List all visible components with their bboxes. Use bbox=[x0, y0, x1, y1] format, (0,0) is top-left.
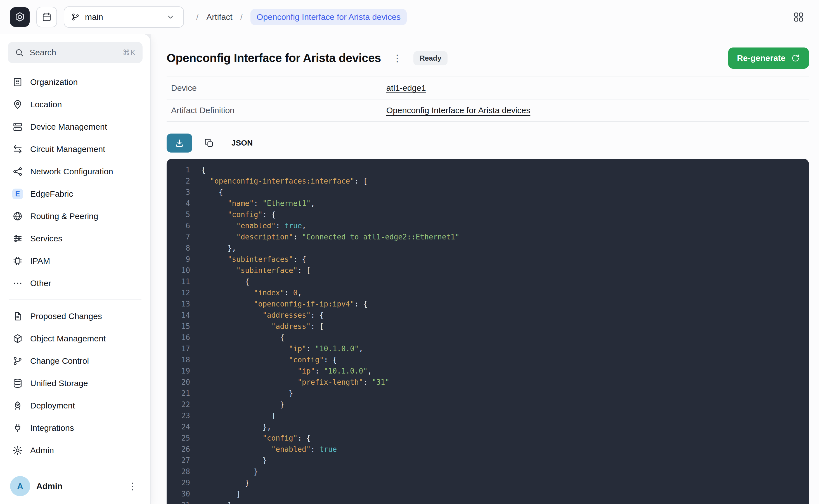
code-line: 4 "name": "Ethernet1", bbox=[174, 198, 801, 209]
code-line: 15 "address": [ bbox=[174, 321, 801, 332]
code-line: 8 }, bbox=[174, 243, 801, 254]
line-number: 8 bbox=[174, 243, 190, 254]
code-line: 18 "config": { bbox=[174, 354, 801, 365]
regenerate-button[interactable]: Re-generate bbox=[728, 47, 809, 69]
breadcrumb-item-artifact[interactable]: Artifact bbox=[206, 12, 232, 22]
title-menu-button[interactable]: ⋮ bbox=[389, 50, 405, 66]
sidebar-item-icon bbox=[12, 233, 23, 244]
artifact-definition-link[interactable]: Openconfig Interface for Arista devices bbox=[386, 106, 530, 115]
calendar-button[interactable] bbox=[36, 7, 57, 27]
line-number: 23 bbox=[174, 410, 190, 421]
regenerate-label: Re-generate bbox=[737, 53, 785, 63]
sidebar-secondary-menu: Proposed Changes Object Management Chang… bbox=[8, 305, 142, 462]
sidebar-item[interactable]: Change Control bbox=[8, 350, 142, 372]
branch-icon bbox=[71, 13, 80, 22]
code-line: 22 } bbox=[174, 399, 801, 410]
sidebar-item[interactable]: Circuit Management bbox=[8, 138, 142, 160]
sidebar-item-icon bbox=[12, 278, 23, 289]
field-row-device: Device atl1-edge1 bbox=[167, 77, 809, 99]
kebab-icon: ⋮ bbox=[128, 481, 137, 492]
sidebar-item[interactable]: Integrations bbox=[8, 417, 142, 439]
search-shortcut: ⌘K bbox=[123, 48, 136, 57]
sidebar-item-icon bbox=[12, 144, 23, 154]
sidebar-item[interactable]: Routing & Peering bbox=[8, 205, 142, 227]
search-input[interactable]: Search ⌘K bbox=[8, 42, 142, 63]
line-number: 27 bbox=[174, 455, 190, 466]
sidebar-item[interactable]: Deployment bbox=[8, 394, 142, 417]
sidebar-item-label: Location bbox=[30, 100, 62, 109]
code-block[interactable]: 1{2 "openconfig-interfaces:interface": [… bbox=[167, 159, 809, 504]
field-value: Openconfig Interface for Arista devices bbox=[386, 106, 804, 115]
breadcrumb-item-current[interactable]: Openconfig Interface for Arista devices bbox=[250, 9, 407, 25]
sidebar-item[interactable]: Device Management bbox=[8, 116, 142, 138]
device-link[interactable]: atl1-edge1 bbox=[386, 83, 426, 92]
code-line: 27 } bbox=[174, 455, 801, 466]
line-number: 22 bbox=[174, 399, 190, 410]
json-format-button[interactable]: JSON bbox=[226, 135, 258, 151]
topbar-right bbox=[788, 7, 809, 27]
sidebar-item[interactable]: Admin bbox=[8, 439, 142, 462]
code-lines: 1{2 "openconfig-interfaces:interface": [… bbox=[174, 164, 801, 504]
line-number: 7 bbox=[174, 231, 190, 243]
fields-table: Device atl1-edge1 Artifact Definition Op… bbox=[167, 77, 809, 122]
code-line: 26 "enabled": true bbox=[174, 444, 801, 455]
sidebar-item-label: Routing & Peering bbox=[30, 211, 98, 221]
code-line: 7 "description": "Connected to atl1-edge… bbox=[174, 231, 801, 243]
code-line: 20 "prefix-length": "31" bbox=[174, 377, 801, 388]
download-button[interactable] bbox=[167, 134, 192, 153]
line-number: 24 bbox=[174, 421, 190, 432]
sidebar-item-icon: E bbox=[12, 189, 23, 199]
field-label: Artifact Definition bbox=[171, 106, 386, 115]
logo-hexagon-icon bbox=[14, 11, 26, 23]
line-number: 16 bbox=[174, 332, 190, 343]
user-menu-button[interactable]: ⋮ bbox=[125, 478, 140, 494]
sidebar-item[interactable]: Object Management bbox=[8, 327, 142, 350]
code-line: 3 { bbox=[174, 187, 801, 198]
sidebar-item-icon bbox=[12, 445, 23, 456]
code-line: 12 "index": 0, bbox=[174, 287, 801, 298]
sidebar-item[interactable]: Services bbox=[8, 227, 142, 250]
sidebar-item[interactable]: Proposed Changes bbox=[8, 305, 142, 327]
line-number: 4 bbox=[174, 198, 190, 209]
sidebar-item-icon bbox=[12, 256, 23, 266]
sidebar-item[interactable]: Other bbox=[8, 272, 142, 294]
branch-selector[interactable]: main bbox=[64, 6, 184, 28]
topbar: main / Artifact / Openconfig Interface f… bbox=[0, 0, 819, 34]
app-logo[interactable] bbox=[10, 7, 30, 27]
grid-icon bbox=[792, 11, 805, 23]
line-number: 29 bbox=[174, 477, 190, 488]
main-content: Openconfig Interface for Arista devices … bbox=[151, 34, 819, 504]
sidebar-item[interactable]: IPAM bbox=[8, 250, 142, 272]
sidebar-item-label: EdgeFabric bbox=[30, 189, 73, 199]
code-line: 5 "config": { bbox=[174, 209, 801, 220]
line-number: 18 bbox=[174, 354, 190, 365]
code-line: 30 ] bbox=[174, 488, 801, 500]
sidebar-item-icon bbox=[12, 378, 23, 389]
code-line: 28 } bbox=[174, 466, 801, 477]
sidebar-item[interactable]: Network Configuration bbox=[8, 160, 142, 183]
sidebar-item-icon bbox=[12, 356, 23, 366]
sidebar-divider bbox=[9, 299, 141, 300]
sidebar-item-icon bbox=[12, 423, 23, 433]
sidebar-item-label: Circuit Management bbox=[30, 144, 105, 154]
sidebar-item-label: Services bbox=[30, 234, 62, 243]
apps-grid-button[interactable] bbox=[788, 7, 809, 27]
sidebar-item-icon bbox=[12, 122, 23, 132]
line-number: 26 bbox=[174, 444, 190, 455]
sidebar-item[interactable]: E EdgeFabric bbox=[8, 183, 142, 205]
sidebar-item[interactable]: Organization bbox=[8, 71, 142, 93]
sidebar-item-icon bbox=[12, 77, 23, 87]
code-toolbar: JSON bbox=[167, 134, 809, 153]
user-name: Admin bbox=[36, 481, 118, 491]
sidebar-item[interactable]: Unified Storage bbox=[8, 372, 142, 394]
line-number: 1 bbox=[174, 164, 190, 175]
field-value: atl1-edge1 bbox=[386, 83, 804, 93]
code-line: 25 "config": { bbox=[174, 432, 801, 444]
line-number: 28 bbox=[174, 466, 190, 477]
sidebar-item-icon bbox=[12, 400, 23, 411]
copy-button[interactable] bbox=[199, 134, 218, 153]
sidebar-primary-menu: Organization Location Device Management … bbox=[8, 71, 142, 294]
code-line: 31 } bbox=[174, 500, 801, 504]
sidebar-item[interactable]: Location bbox=[8, 93, 142, 116]
code-line: 1{ bbox=[174, 164, 801, 175]
